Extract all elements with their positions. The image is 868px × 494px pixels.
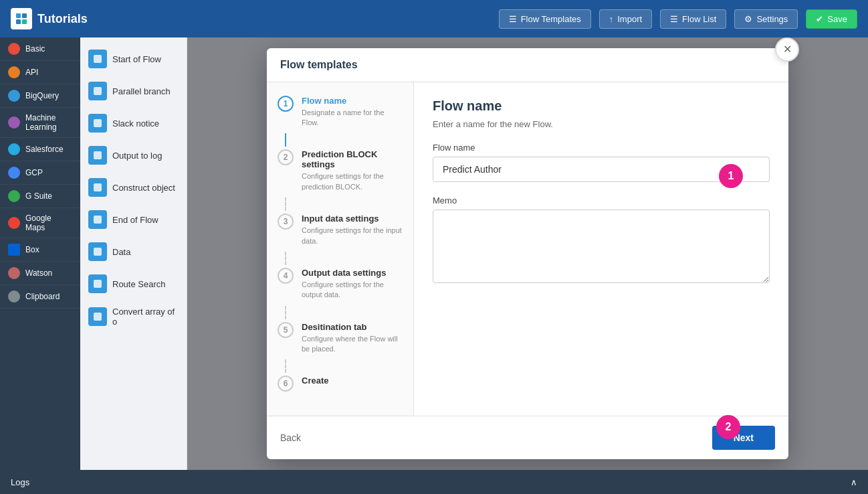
basic-icon [8,43,20,55]
step-6-content: Create [302,376,403,386]
app-logo: Tutorials [11,8,88,29]
app-title: Tutorials [37,12,88,26]
svg-rect-7 [94,151,102,159]
sidebar: Basic API BigQuery Machine Learning Sale… [0,37,80,470]
sidebar-item-basic[interactable]: Basic [0,37,80,61]
svg-rect-5 [94,87,102,95]
sidebar-item-watson[interactable]: Watson [0,262,80,285]
svg-rect-6 [94,119,102,127]
sidebar-item-gsuite[interactable]: G Suite [0,185,80,208]
gsuite-icon [8,190,20,202]
step-5-number: 5 [278,322,294,338]
step-3-desc: Configure settings for the input data. [302,226,403,246]
sidebar-item-gcp[interactable]: GCP [0,161,80,185]
step-2-number: 2 [278,149,294,165]
flow-list-button[interactable]: ☰ Flow List [660,9,726,29]
step-connector-5 [285,359,286,373]
sidebar-item-clipboard[interactable]: Clipboard [0,285,80,309]
save-button[interactable]: ✔ Save [806,9,857,29]
save-icon: ✔ [816,14,823,24]
sidebar-item-machine-learning[interactable]: Machine Learning [0,108,80,138]
sidebar-item-bigquery[interactable]: BigQuery [0,84,80,108]
top-nav: Tutorials ☰ Flow Templates ↑ Import ☰ Fl… [0,0,868,37]
flow-templates-button[interactable]: ☰ Flow Templates [499,9,591,29]
node-convert-icon [88,307,107,326]
step-1-content: Flow name Designate a name for the Flow. [302,96,403,129]
step-connector-2 [285,197,286,211]
steps-panel: 1 Flow name Designate a name for the Flo… [267,82,414,416]
node-output-icon [88,146,107,165]
node-parallel-branch[interactable]: Parallel branch [80,75,187,107]
svg-rect-2 [16,19,21,24]
step-6-label: Create [302,376,403,386]
node-data-icon [88,242,107,261]
svg-rect-0 [16,13,21,18]
svg-rect-10 [94,248,102,256]
step-5-content: Desitination tab Configure where the Flo… [302,322,403,355]
flow-name-input[interactable] [433,157,770,182]
svg-rect-8 [94,183,102,191]
step-2-label: Prediction BLOCK settings [302,149,403,169]
step-1-label: Flow name [302,96,403,106]
modal-title: Flow templates [280,59,358,70]
svg-rect-11 [94,280,102,288]
bigquery-icon [8,90,20,102]
svg-rect-3 [22,19,27,24]
gcp-icon [8,167,20,179]
api-icon [8,66,20,78]
googlemaps-icon [8,217,20,229]
clipboard-icon [8,291,20,303]
step-5-desc: Configure where the Flow will be placed. [302,334,403,355]
node-convert-array[interactable]: Convert array of o [80,300,187,333]
node-end-icon [88,210,107,229]
modal-footer: Back Next 2 [267,416,788,459]
node-slack-notice[interactable]: Slack notice [80,107,187,139]
modal-overlay: Flow templates ✕ 1 Flow name Designate a… [187,37,868,470]
memo-textarea[interactable] [433,210,770,283]
canvas-area: Flow templates ✕ 1 Flow name Designate a… [187,37,868,470]
svg-rect-4 [94,55,102,63]
step-1-number: 1 [278,96,294,112]
node-end-of-flow[interactable]: End of Flow [80,203,187,236]
modal-body: 1 Flow name Designate a name for the Flo… [267,82,788,416]
memo-label: Memo [433,195,770,205]
step-2-content: Prediction BLOCK settings Configure sett… [302,149,403,192]
svg-rect-12 [94,313,102,321]
import-button[interactable]: ↑ Import [599,9,652,29]
back-button[interactable]: Back [280,432,301,443]
sidebar-item-googlemaps[interactable]: Google Maps [0,208,80,238]
flow-templates-icon: ☰ [509,14,517,24]
box-icon [8,244,20,256]
node-data[interactable]: Data [80,236,187,268]
next-button[interactable]: Next [712,426,775,450]
sidebar-item-salesforce[interactable]: Salesforce [0,138,80,161]
step-3-number: 3 [278,214,294,230]
modal-close-button[interactable]: ✕ [775,37,799,62]
step-5-label: Desitination tab [302,322,403,332]
settings-button[interactable]: ⚙ Settings [734,9,798,29]
step-4-number: 4 [278,268,294,284]
sidebar-item-box[interactable]: Box [0,238,80,262]
step-6-number: 6 [278,376,294,392]
step-2: 2 Prediction BLOCK settings Configure se… [278,149,403,192]
log-label: Logs [11,477,29,487]
step-connector-3 [285,252,286,265]
log-toggle-button[interactable]: ∧ [851,477,857,487]
step-1: 1 Flow name Designate a name for the Flo… [278,96,403,129]
node-output-to-log[interactable]: Output to log [80,139,187,171]
node-start-of-flow[interactable]: Start of Flow [80,43,187,75]
step-5: 5 Desitination tab Configure where the F… [278,322,403,355]
logo-icon [11,8,32,29]
node-construct-object[interactable]: Construct object [80,171,187,203]
step-3-content: Input data settings Configure settings f… [302,214,403,246]
step-connector-1 [285,133,286,147]
modal-header: Flow templates ✕ [267,48,788,82]
step-2-desc: Configure settings for the prediction BL… [302,171,403,192]
ml-icon [8,116,20,129]
step-4-label: Output data settings [302,268,403,278]
node-route-search[interactable]: Route Search [80,268,187,300]
import-icon: ↑ [609,14,614,24]
step-6: 6 Create [278,376,403,392]
step-connector-4 [285,306,286,319]
sidebar-item-api[interactable]: API [0,61,80,84]
